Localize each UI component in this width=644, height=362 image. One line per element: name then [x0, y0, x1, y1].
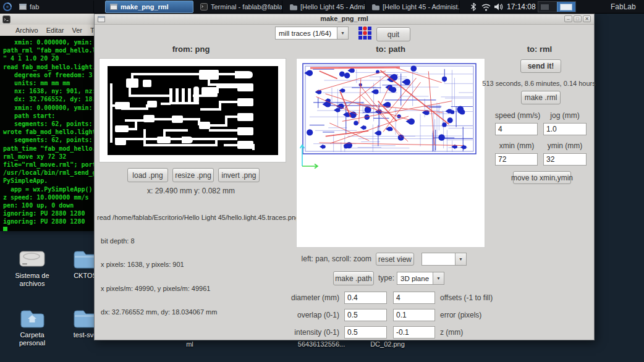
chevron-down-icon[interactable]: ▼: [455, 253, 467, 266]
xmin-label: xmin (mm): [495, 141, 538, 150]
taskbar-item-make-png-rml[interactable]: make_png_rml: [105, 1, 193, 13]
reset-view-button[interactable]: reset view: [376, 253, 414, 266]
close-button[interactable]: ✕: [583, 15, 591, 22]
offsets-label: offsets (-1 to fill): [440, 293, 493, 302]
send-it-button[interactable]: send it!: [520, 59, 561, 73]
png-image-frame: [99, 58, 286, 162]
workspace-switcher[interactable]: [538, 1, 576, 12]
error-input[interactable]: [393, 309, 435, 321]
png-info-line: x pixels/m: 49990, y pixels/m: 49961: [97, 285, 299, 293]
type-label: type:: [378, 274, 394, 282]
intensity-label: intensity (0-1): [265, 328, 339, 337]
host-label: FabLab: [611, 2, 636, 11]
move-to-xmin-ymin-button[interactable]: move to xmin,ymin: [513, 171, 571, 184]
terminal-window[interactable]: Archivo Editar Ver Terminal xmin: 0.0000…: [0, 14, 99, 231]
preset-dropdown[interactable]: mill traces (1/64) ▼: [275, 27, 349, 40]
speed-label: speed (mm/s): [495, 111, 538, 120]
folder-icon: [371, 4, 379, 11]
clock[interactable]: 17:14:08: [507, 2, 536, 11]
terminal-line: dx: 32.766552, dy: 18.: [3, 95, 98, 103]
desktop-icon-filesystem[interactable]: Sistema de archivos: [7, 248, 57, 288]
desktop-icon-home[interactable]: Carpeta personal: [7, 308, 57, 347]
png-info-line: bit depth: 8: [97, 237, 299, 245]
z-label: z (mm): [440, 328, 463, 337]
taskbar-item-fab[interactable]: fab: [15, 1, 94, 13]
path-canvas[interactable]: [296, 58, 485, 248]
terminal-line: units: mm mm mm: [3, 79, 98, 87]
make-path-button[interactable]: make .path: [333, 271, 374, 285]
make-rml-button[interactable]: make .rml: [521, 91, 561, 104]
terminal-titlebar[interactable]: [0, 14, 98, 25]
overlap-label: overlap (0-1): [265, 311, 339, 319]
terminal-output[interactable]: xmin: 0.000000, ymin:path_rml "fab_mod_h…: [0, 36, 98, 231]
folder-home-icon: [19, 308, 46, 329]
taskbar-item-label: [Hello Light 45 - Administ...: [300, 3, 365, 11]
desktop-icon-label: Sistema de archivos: [7, 272, 57, 288]
overlap-input[interactable]: [344, 309, 387, 321]
terminal-line: path_rml "fab_mod_hello.l: [3, 46, 98, 54]
z-input[interactable]: [393, 326, 435, 339]
type-dropdown[interactable]: 3D plane ▼: [397, 272, 444, 285]
desktop-partial-label[interactable]: 56436132556...: [287, 340, 355, 348]
folder-icon: [289, 4, 297, 11]
taskbar-item-label: [Hello Light 45 - Administ...: [383, 3, 460, 11]
taskbar-item-label: make_png_rml: [121, 3, 169, 11]
type-dropdown-value: 3D plane: [397, 272, 433, 285]
pcb-image[interactable]: [108, 66, 278, 155]
menu-archivo[interactable]: Archivo: [15, 27, 38, 34]
wifi-icon[interactable]: [481, 3, 491, 11]
terminal-cursor: [3, 227, 7, 231]
terminal-line: path_time "fab_mod_hello.: [3, 145, 98, 153]
terminal-line: PySimpleApp.: [3, 177, 98, 185]
menu-ver[interactable]: Ver: [72, 27, 82, 34]
resize-png-button[interactable]: resize .png: [172, 168, 214, 182]
terminal-line: segments: 62, points:: [3, 120, 98, 128]
minimize-button[interactable]: ‒: [564, 15, 572, 22]
terminal-line: degrees of freedom: 3: [3, 71, 98, 79]
taskbar-item-label: fab: [30, 3, 39, 11]
app-titlebar[interactable]: make_png_rml ‒ □ ✕: [95, 14, 594, 25]
taskbar-item-terminal[interactable]: Terminal - fablab@fablab...: [196, 1, 282, 13]
terminal-icon: [200, 3, 208, 11]
terminal-line: app = wx.PySimpleApp(): [3, 185, 98, 193]
intensity-input[interactable]: [344, 326, 387, 339]
desktop-partial-label[interactable]: DC_02.png: [360, 340, 415, 348]
terminal-line: nx: 1638, ny: 901, nz:: [3, 87, 98, 95]
to-path-heading: to: path: [296, 44, 485, 54]
offsets-input[interactable]: [393, 292, 435, 304]
mill-time-estimate: 513 seconds, 8.6 minutes, 0.14 hours: [480, 80, 598, 87]
load-png-button[interactable]: load .png: [127, 168, 168, 182]
jog-input[interactable]: [543, 123, 587, 135]
taskbar-item-label: Terminal - fablab@fablab...: [211, 3, 282, 11]
menu-editar[interactable]: Editar: [46, 27, 64, 34]
error-label: error (pixels): [440, 311, 481, 319]
bluetooth-icon[interactable]: [470, 2, 477, 11]
png-cursor-coords: x: 29.490 mm y: 0.082 mm: [95, 187, 287, 195]
volume-icon[interactable]: [494, 2, 503, 11]
window-icon: [110, 4, 117, 10]
chevron-down-icon[interactable]: ▼: [337, 27, 349, 40]
workspace-2-active[interactable]: [557, 2, 576, 12]
maximize-button[interactable]: □: [574, 15, 582, 22]
quit-button[interactable]: quit: [376, 27, 410, 41]
taskbar-item-hello-light-1[interactable]: [Hello Light 45 - Administ...: [285, 1, 365, 13]
view-dropdown[interactable]: ▼: [422, 253, 467, 266]
invert-png-button[interactable]: invert .png: [218, 168, 260, 182]
terminal-app-icon: [2, 15, 11, 23]
window-icon: [19, 4, 27, 10]
chevron-down-icon[interactable]: ▼: [433, 272, 444, 285]
terminal-line: ignoring: PU 2880 1280: [3, 209, 98, 217]
terminal-line: xmin: 0.000000, ymin:: [3, 104, 98, 112]
diameter-label: diameter (mm): [265, 293, 339, 302]
speed-input[interactable]: [495, 123, 538, 135]
desktop-partial-label[interactable]: ml: [171, 340, 208, 348]
terminal-line: /usr/local/bin/rml_send_g: [3, 169, 98, 177]
xmin-input[interactable]: [495, 153, 538, 166]
diameter-input[interactable]: [344, 292, 387, 304]
workspace-1[interactable]: [538, 2, 557, 12]
terminal-line: segments: 62, points:: [3, 136, 98, 144]
app-menu-icon[interactable]: [2, 2, 12, 12]
ymin-input[interactable]: [543, 153, 587, 166]
taskbar-item-hello-light-2[interactable]: [Hello Light 45 - Administ...: [367, 1, 460, 13]
to-rml-heading: to: rml: [484, 44, 595, 54]
